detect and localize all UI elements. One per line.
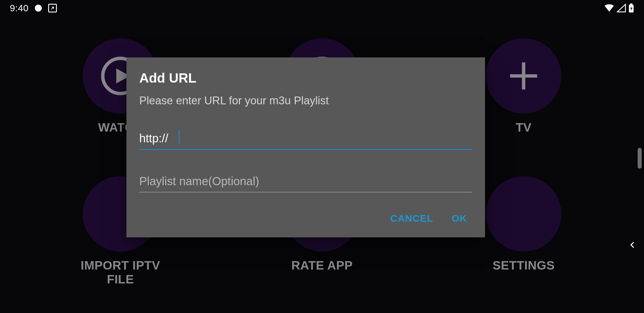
playlist-name-input[interactable] bbox=[139, 173, 472, 192]
url-field-wrapper bbox=[139, 130, 472, 150]
dialog-subtitle: Please enter URL for your m3u Playlist bbox=[139, 94, 472, 107]
ok-button[interactable]: OK bbox=[452, 213, 467, 224]
url-input[interactable] bbox=[139, 130, 472, 150]
dialog-actions: CANCEL OK bbox=[139, 204, 472, 231]
playlist-name-field-wrapper bbox=[139, 173, 472, 192]
dialog-title: Add URL bbox=[139, 70, 472, 86]
cancel-button[interactable]: CANCEL bbox=[390, 213, 433, 224]
text-cursor bbox=[179, 130, 180, 144]
add-url-dialog: Add URL Please enter URL for your m3u Pl… bbox=[126, 57, 485, 237]
